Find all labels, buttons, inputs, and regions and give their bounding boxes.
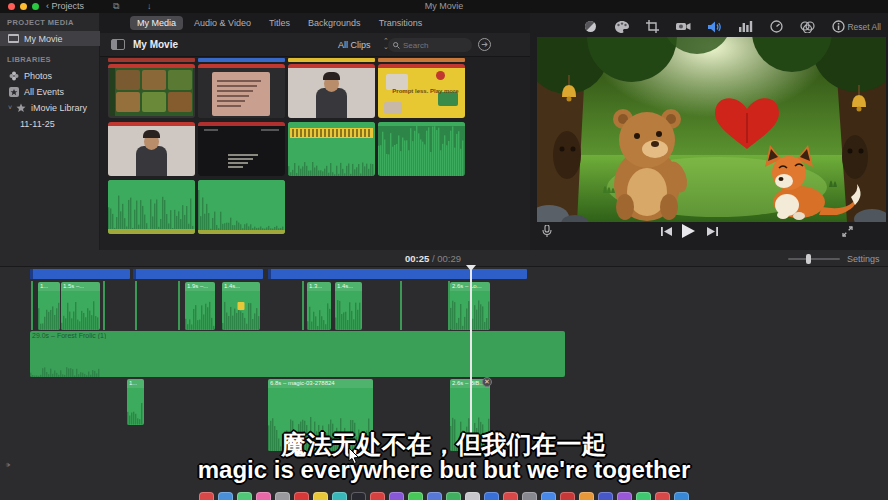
sidebar-item-11-11-25[interactable]: 11-11-25 xyxy=(0,116,100,131)
effect-badge-icon xyxy=(238,302,245,310)
audio-clip[interactable]: 1.4s... xyxy=(222,282,260,330)
document-clip[interactable] xyxy=(198,64,285,118)
volume-icon[interactable] xyxy=(706,19,723,34)
audio-clip[interactable]: 1... xyxy=(38,282,60,330)
fullscreen-icon[interactable] xyxy=(842,226,853,237)
dock-app-icon[interactable] xyxy=(351,492,366,500)
title-clip[interactable] xyxy=(30,269,130,279)
audio-waveform xyxy=(108,194,195,234)
audio-clip[interactable]: 1.4s... xyxy=(335,282,362,330)
dock-app-icon[interactable] xyxy=(389,492,404,500)
recent-imports-icon[interactable]: ➔ xyxy=(478,38,491,51)
color-palette-icon[interactable] xyxy=(613,19,630,34)
clip-duration-bar xyxy=(288,122,375,126)
dock-app-icon[interactable] xyxy=(370,492,385,500)
noise-reduction-icon[interactable] xyxy=(737,19,754,34)
audio-clip-tall[interactable] xyxy=(378,122,465,176)
dock-app-icon[interactable] xyxy=(199,492,214,500)
audio-clip-yellow[interactable] xyxy=(288,122,375,176)
sidebar-item-all-events[interactable]: All Events xyxy=(0,84,100,99)
remove-badge-icon[interactable]: ✕ xyxy=(482,377,492,387)
clip-strip[interactable] xyxy=(288,58,375,62)
dock-app-icon[interactable] xyxy=(332,492,347,500)
reset-all-button[interactable]: Reset All xyxy=(847,22,881,32)
audio-clip-spiky[interactable] xyxy=(108,180,195,234)
stabilization-icon[interactable] xyxy=(675,19,692,34)
dock-app-icon[interactable] xyxy=(275,492,290,500)
crop-icon[interactable] xyxy=(644,19,661,34)
tab-backgrounds[interactable]: Backgrounds xyxy=(301,16,368,30)
dock-app-icon[interactable] xyxy=(522,492,537,500)
title-clip[interactable] xyxy=(268,269,527,279)
tab-titles[interactable]: Titles xyxy=(262,16,297,30)
next-frame-icon[interactable] xyxy=(707,227,718,236)
dock-app-icon[interactable] xyxy=(655,492,670,500)
subtitle-english: magic is everywhere but but we're togeth… xyxy=(0,456,888,484)
dock-app-icon[interactable] xyxy=(465,492,480,500)
tab-audio-video[interactable]: Audio & Video xyxy=(187,16,258,30)
audio-clip[interactable]: 1.3... xyxy=(307,282,331,330)
audio-clip[interactable]: 1.5s –... xyxy=(61,282,100,330)
timeline-settings-button[interactable]: Settings xyxy=(847,254,880,264)
clip-label: 2.6s – BiB... xyxy=(452,380,484,386)
search-box[interactable] xyxy=(388,38,472,52)
clips-filter-dropdown[interactable]: All Clips xyxy=(338,40,371,50)
clip-filter-icon[interactable] xyxy=(799,19,816,34)
dock-app-icon[interactable] xyxy=(294,492,309,500)
clip-label: 1.3... xyxy=(309,283,322,289)
dock-app-icon[interactable] xyxy=(503,492,518,500)
dock-app-icon[interactable] xyxy=(541,492,556,500)
dock-app-icon[interactable] xyxy=(617,492,632,500)
dock-app-icon[interactable] xyxy=(484,492,499,500)
clip-duration-bar xyxy=(198,122,285,126)
tab-my-media[interactable]: My Media xyxy=(130,16,183,30)
audio-waveform xyxy=(335,300,362,330)
microphone-icon[interactable] xyxy=(542,225,552,238)
clip-connector xyxy=(31,281,33,330)
clip-strip[interactable] xyxy=(378,58,465,62)
dock-app-icon[interactable] xyxy=(218,492,233,500)
dock-app-icon[interactable] xyxy=(598,492,613,500)
clip-strip[interactable] xyxy=(108,58,195,62)
audio-clip-decay[interactable] xyxy=(198,180,285,234)
webcam-clip[interactable] xyxy=(108,122,195,176)
clip-strip[interactable] xyxy=(198,58,285,62)
dock-app-icon[interactable] xyxy=(560,492,575,500)
dock-app-icon[interactable] xyxy=(427,492,442,500)
play-button[interactable] xyxy=(682,224,695,238)
audio-waveform xyxy=(127,396,144,425)
chevron-down-icon[interactable]: ˅ xyxy=(8,104,12,111)
dock-app-icon[interactable] xyxy=(579,492,594,500)
bear-collage-clip[interactable] xyxy=(108,64,195,118)
tab-transitions[interactable]: Transitions xyxy=(372,16,430,30)
previous-frame-icon[interactable] xyxy=(661,227,672,236)
browser-title: My Movie xyxy=(133,39,178,50)
search-input[interactable] xyxy=(403,41,463,50)
color-balance-icon[interactable] xyxy=(582,19,599,34)
audio-clip[interactable]: 1... xyxy=(127,379,144,425)
slider-knob[interactable] xyxy=(806,254,811,264)
dock-app-icon[interactable] xyxy=(636,492,651,500)
sidebar-item-photos[interactable]: Photos xyxy=(0,68,100,83)
music-clip[interactable]: 29.0s – Forest Frolic (1) xyxy=(30,331,565,377)
sidebar-item-my-movie[interactable]: My Movie xyxy=(0,31,100,46)
audio-clip[interactable]: 1.9s –... xyxy=(185,282,215,330)
presenter-clip[interactable] xyxy=(288,64,375,118)
info-icon[interactable] xyxy=(830,19,847,34)
timeline-zoom-slider[interactable] xyxy=(788,258,840,260)
dock-app-icon[interactable] xyxy=(237,492,252,500)
screen-recording-clip[interactable] xyxy=(198,122,285,176)
dock-app-icon[interactable] xyxy=(256,492,271,500)
playhead[interactable] xyxy=(470,267,472,451)
sidebar-toggle-icon[interactable] xyxy=(111,39,125,50)
speed-icon[interactable] xyxy=(768,19,785,34)
dock-app-icon[interactable] xyxy=(313,492,328,500)
title-clip[interactable] xyxy=(133,269,263,279)
dock-app-icon[interactable] xyxy=(446,492,461,500)
dock-app-icon[interactable] xyxy=(408,492,423,500)
promo-clip[interactable]: Prompt less. Play more xyxy=(378,64,465,118)
playhead-marker-icon[interactable] xyxy=(466,265,476,271)
clip-duration-bar xyxy=(198,64,285,68)
dock-app-icon[interactable] xyxy=(674,492,689,500)
sidebar-item-imovie-library[interactable]: ˅iMovie Library xyxy=(0,100,100,115)
